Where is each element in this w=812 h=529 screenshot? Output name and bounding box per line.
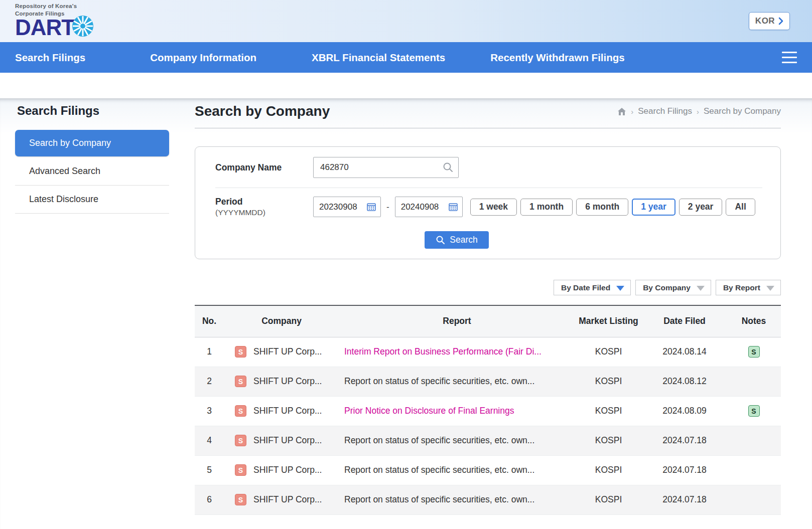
sidebar-item-latest-disclosure[interactable]: Latest Disclosure — [15, 186, 169, 214]
sort-by-company[interactable]: By Company — [635, 280, 711, 295]
report-link[interactable]: Prior Notice on Disclosure of Final Earn… — [344, 406, 573, 416]
page-title: Search by Company — [195, 103, 330, 119]
main-panel: Search by Company › Search Filings › Sea… — [195, 99, 781, 529]
date-filed-value: 2024.08.12 — [642, 367, 727, 396]
table-row: 2 SSHIFT UP Corp... Report on status of … — [195, 367, 781, 396]
site-header: Repository of Korea's Corporate Filings … — [0, 0, 812, 42]
report-link[interactable]: Report on status of specific securities,… — [344, 376, 573, 387]
calendar-icon[interactable] — [367, 203, 376, 211]
company-name-link[interactable]: SHIFT UP Corp... — [253, 435, 322, 446]
market-listing-value: KOSPI — [575, 396, 642, 426]
table-row: 1 SSHIFT UP Corp... Interim Report on Bu… — [195, 337, 781, 367]
content-area: Search Filings Search by Company Advance… — [0, 98, 812, 529]
nav-company-information[interactable]: Company Information — [150, 52, 256, 64]
sidebar-title: Search Filings — [15, 104, 169, 118]
chevron-down-icon — [616, 286, 624, 291]
breadcrumb-separator: › — [697, 107, 699, 116]
company-name-input[interactable] — [313, 157, 459, 178]
chevron-down-icon — [766, 286, 774, 291]
report-link[interactable]: Report on status of specific securities,… — [344, 435, 573, 446]
period-format-hint: (YYYYMMDD) — [215, 208, 313, 217]
breadcrumb: › Search Filings › Search by Company — [617, 106, 781, 116]
securities-badge-icon: S — [235, 435, 246, 446]
dart-logo[interactable]: Repository of Korea's Corporate Filings … — [15, 3, 94, 40]
date-filed-value: 2024.07.18 — [642, 426, 727, 455]
date-filed-value: 2024.07.18 — [642, 485, 727, 514]
period-presets: 1 week 1 month 6 month 1 year 2 year All — [470, 199, 755, 216]
period-to-input[interactable]: 20240908 — [395, 197, 463, 217]
col-market-listing: Market Listing — [575, 305, 642, 337]
main-nav: Search Filings Company Information XBRL … — [0, 42, 812, 73]
sort-controls: By Date Filed By Company By Report — [195, 280, 781, 295]
sidebar: Search Filings Search by Company Advance… — [0, 99, 169, 529]
period-from-input[interactable]: 20230908 — [313, 197, 381, 217]
search-icon[interactable] — [443, 162, 453, 174]
date-filed-value: 2024.08.14 — [642, 337, 727, 367]
chevron-right-icon — [778, 17, 783, 25]
home-icon[interactable] — [617, 107, 626, 116]
table-row: 5 SSHIFT UP Corp... Report on status of … — [195, 455, 781, 485]
note-badge-icon: S — [748, 405, 760, 417]
company-name-link[interactable]: SHIFT UP Corp... — [253, 376, 322, 387]
securities-badge-icon: S — [235, 376, 246, 387]
nav-recently-withdrawn-filings[interactable]: Recently Withdrawn Filings — [490, 52, 624, 64]
calendar-icon[interactable] — [449, 203, 458, 211]
col-notes: Notes — [727, 305, 781, 337]
securities-badge-icon: S — [235, 346, 246, 358]
header-content-gap — [0, 73, 812, 98]
company-name-link[interactable]: SHIFT UP Corp... — [253, 406, 322, 416]
date-filed-value: 2024.07.18 — [642, 455, 727, 485]
period-separator: - — [386, 202, 389, 212]
date-filed-value: 2024.08.09 — [642, 396, 727, 426]
report-link[interactable]: Interim Report on Business Performance (… — [344, 346, 573, 357]
report-link[interactable]: Report on status of specific securities,… — [344, 494, 573, 505]
breadcrumb-search-by-company[interactable]: Search by Company — [704, 106, 781, 116]
report-link[interactable]: Report on status of specific securities,… — [344, 465, 573, 475]
preset-6-month-button[interactable]: 6 month — [576, 199, 628, 216]
nav-xbrl-financial-statements[interactable]: XBRL Financial Statements — [312, 52, 445, 64]
preset-2-year-button[interactable]: 2 year — [679, 199, 723, 216]
preset-1-year-button[interactable]: 1 year — [632, 199, 675, 216]
sort-by-report[interactable]: By Report — [716, 280, 781, 295]
table-row: 6 SSHIFT UP Corp... Report on status of … — [195, 485, 781, 514]
securities-badge-icon: S — [235, 464, 246, 476]
preset-all-button[interactable]: All — [726, 199, 755, 216]
company-name-label: Company Name — [215, 162, 313, 173]
chevron-down-icon — [697, 286, 705, 291]
title-divider — [195, 128, 781, 128]
brand-wordmark: DART — [15, 18, 74, 38]
market-listing-value: KOSPI — [575, 426, 642, 455]
sort-by-date-filed[interactable]: By Date Filed — [554, 280, 631, 295]
search-form: Company Name Period (YYYYMMDD) 20230908 — [195, 146, 781, 259]
col-date-filed: Date Filed — [642, 305, 727, 337]
results-table: No. Company Report Market Listing Date F… — [195, 305, 781, 515]
market-listing-value: KOSPI — [575, 455, 642, 485]
preset-1-week-button[interactable]: 1 week — [470, 199, 517, 216]
language-label: KOR — [755, 16, 775, 26]
period-label: Period (YYYYMMDD) — [215, 197, 313, 217]
breadcrumb-separator: › — [631, 107, 633, 116]
sunburst-icon — [71, 15, 94, 40]
search-button[interactable]: Search — [425, 231, 489, 249]
company-name-link[interactable]: SHIFT UP Corp... — [253, 465, 322, 475]
company-name-link[interactable]: SHIFT UP Corp... — [253, 346, 322, 357]
table-row: 3 SSHIFT UP Corp... Prior Notice on Disc… — [195, 396, 781, 426]
hamburger-menu-icon[interactable] — [782, 50, 797, 65]
form-divider — [215, 188, 762, 188]
table-header-row: No. Company Report Market Listing Date F… — [195, 305, 781, 337]
breadcrumb-search-filings[interactable]: Search Filings — [638, 106, 692, 116]
col-report: Report — [339, 305, 575, 337]
securities-badge-icon: S — [235, 405, 246, 417]
sidebar-item-search-by-company[interactable]: Search by Company — [15, 130, 169, 156]
market-listing-value: KOSPI — [575, 367, 642, 396]
note-badge-icon: S — [748, 346, 760, 358]
col-no: No. — [195, 305, 224, 337]
company-name-link[interactable]: SHIFT UP Corp... — [253, 494, 322, 505]
nav-search-filings[interactable]: Search Filings — [15, 52, 85, 64]
securities-badge-icon: S — [235, 494, 246, 505]
sidebar-item-advanced-search[interactable]: Advanced Search — [15, 157, 169, 186]
market-listing-value: KOSPI — [575, 485, 642, 514]
market-listing-value: KOSPI — [575, 337, 642, 367]
preset-1-month-button[interactable]: 1 month — [520, 199, 573, 216]
language-toggle-button[interactable]: KOR — [749, 12, 790, 30]
